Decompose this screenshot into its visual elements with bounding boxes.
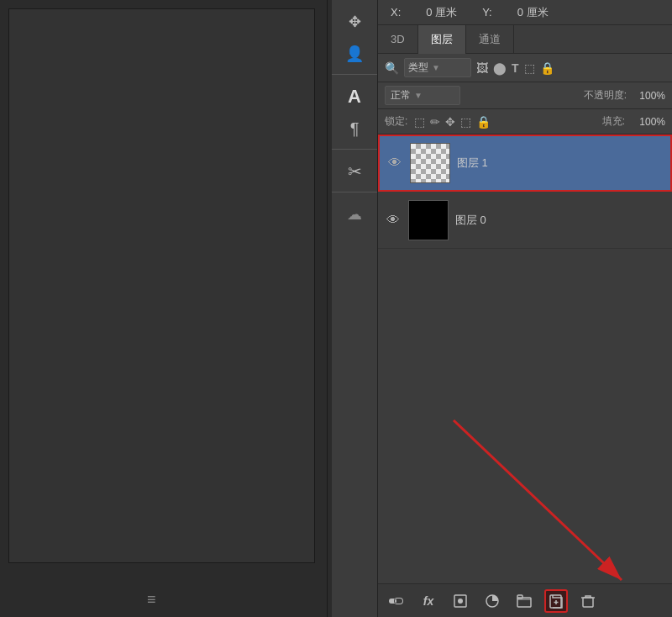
lock-label: 锁定: bbox=[385, 114, 407, 129]
lock-all-icon[interactable]: 🔒 bbox=[476, 115, 491, 129]
layer-effects-button[interactable]: fx bbox=[417, 589, 440, 613]
layer-list: 👁 图层 1 👁 图层 0 bbox=[378, 134, 672, 583]
text-filter-icon[interactable]: T bbox=[512, 61, 519, 75]
new-group-button[interactable] bbox=[512, 589, 536, 613]
coords-bar: X: 0 厘米 Y: 0 厘米 bbox=[378, 0, 672, 25]
adjust-filter-icon[interactable]: ⬤ bbox=[493, 61, 507, 75]
left-area: ≡ bbox=[0, 0, 328, 617]
x-value: 0 厘米 bbox=[426, 5, 457, 20]
layer-item-layer1[interactable]: 👁 图层 1 bbox=[378, 134, 672, 192]
tabs-row: 3D 图层 通道 bbox=[378, 25, 672, 54]
toolbar-section-2: A ¶ bbox=[332, 83, 377, 150]
layer1-visibility-icon[interactable]: 👁 bbox=[386, 156, 403, 171]
svg-rect-4 bbox=[517, 595, 522, 599]
layer1-name: 图层 1 bbox=[457, 156, 664, 171]
search-icon[interactable]: 🔍 bbox=[385, 61, 399, 75]
lock-pixels-icon[interactable]: ⬚ bbox=[414, 115, 425, 129]
opacity-label: 不透明度: bbox=[584, 88, 627, 103]
canvas-area bbox=[8, 8, 315, 563]
lock-row: 锁定: ⬚ ✏ ✥ ⬚ 🔒 填充: 100% bbox=[378, 109, 672, 134]
menu-icon[interactable]: ≡ bbox=[147, 591, 156, 609]
shape-filter-icon[interactable]: ⬚ bbox=[524, 61, 535, 75]
toolbar-section-1: ✥ 👤 bbox=[332, 8, 377, 75]
new-fill-layer-button[interactable] bbox=[480, 589, 504, 613]
image-filter-icon[interactable]: 🖼 bbox=[476, 61, 488, 75]
filter-row: 🔍 类型 ▼ 🖼 ⬤ T ⬚ 🔒 bbox=[378, 54, 672, 82]
layer0-name: 图层 0 bbox=[455, 213, 665, 228]
layer1-thumbnail bbox=[410, 143, 450, 183]
blend-chevron: ▼ bbox=[414, 91, 423, 100]
right-panel: X: 0 厘米 Y: 0 厘米 3D 图层 通道 🔍 类型 ▼ 🖼 ⬤ bbox=[378, 0, 672, 617]
tab-3d[interactable]: 3D bbox=[378, 25, 418, 54]
delete-layer-button[interactable] bbox=[576, 589, 600, 613]
lock-filter-icon[interactable]: 🔒 bbox=[540, 61, 554, 75]
toolbar-strip: ✥ 👤 A ¶ ✂ ☁ bbox=[332, 0, 378, 617]
dropdown-chevron: ▼ bbox=[432, 63, 440, 72]
paragraph-tool-button[interactable]: ¶ bbox=[339, 115, 370, 142]
layer0-visibility-icon[interactable]: 👁 bbox=[385, 213, 402, 228]
blend-mode-dropdown[interactable]: 正常 ▼ bbox=[385, 86, 460, 105]
add-mask-button[interactable] bbox=[449, 589, 472, 613]
blend-mode-row: 正常 ▼ 不透明度: 100% bbox=[378, 82, 672, 109]
new-layer-button[interactable] bbox=[544, 589, 568, 613]
tab-layers[interactable]: 图层 bbox=[418, 25, 466, 54]
lock-icons: ⬚ ✏ ✥ ⬚ 🔒 bbox=[414, 115, 491, 129]
move-tool-button[interactable]: ✥ bbox=[339, 8, 370, 35]
cloud-tool-button[interactable]: ☁ bbox=[339, 201, 370, 228]
layer0-thumbnail bbox=[408, 200, 449, 240]
select-tool-button[interactable]: 👤 bbox=[339, 40, 370, 67]
y-value: 0 厘米 bbox=[517, 5, 549, 20]
opacity-value[interactable]: 100% bbox=[632, 90, 665, 102]
type-filter-dropdown[interactable]: 类型 ▼ bbox=[404, 58, 471, 77]
svg-rect-8 bbox=[583, 598, 593, 607]
layer-item-layer0[interactable]: 👁 图层 0 bbox=[378, 192, 672, 249]
x-label: X: bbox=[391, 6, 401, 18]
text-tool-button[interactable]: A bbox=[339, 83, 370, 110]
y-label: Y: bbox=[482, 6, 492, 18]
lock-artboard-icon[interactable]: ⬚ bbox=[460, 115, 471, 129]
link-layers-button[interactable] bbox=[385, 589, 408, 613]
scissors-tool-button[interactable]: ✂ bbox=[339, 158, 370, 185]
layers-panel: 3D 图层 通道 🔍 类型 ▼ 🖼 ⬤ T ⬚ 🔒 正常 bbox=[378, 25, 672, 617]
lock-paint-icon[interactable]: ✏ bbox=[430, 115, 440, 129]
svg-point-1 bbox=[458, 599, 463, 604]
fill-label: 填充: bbox=[602, 114, 625, 129]
lock-move-icon[interactable]: ✥ bbox=[445, 115, 455, 129]
toolbar-section-3: ✂ bbox=[332, 158, 377, 192]
tab-channels[interactable]: 通道 bbox=[466, 25, 514, 54]
bottom-toolbar: fx bbox=[378, 583, 672, 617]
toolbar-section-4: ☁ bbox=[332, 201, 377, 235]
fill-value[interactable]: 100% bbox=[632, 116, 665, 128]
